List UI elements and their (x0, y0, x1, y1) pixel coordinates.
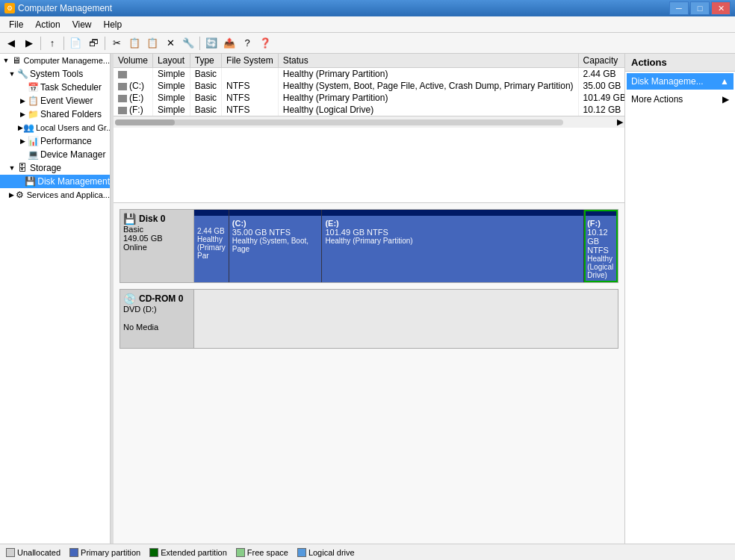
sidebar-item-local-users[interactable]: ▶ 👥 Local Users and Gr... (0, 121, 110, 134)
sidebar-item-system-tools[interactable]: ▼ 🔧 System Tools (0, 67, 110, 81)
menu-view[interactable]: View (66, 18, 98, 31)
toolbar-new-window[interactable]: 🗗 (85, 35, 102, 52)
cdrom-icon: 💿 (123, 293, 136, 305)
cell-type: Basic (190, 92, 221, 104)
sidebar-label-system-tools: System Tools (30, 69, 83, 79)
sidebar-item-event-viewer[interactable]: ▶ 📋 Event Viewer (0, 94, 110, 108)
toolbar-sep3 (105, 37, 105, 50)
toolbar-paste[interactable]: 📋 (144, 35, 161, 52)
table-row[interactable]: (F:) Simple Basic NTFS Healthy (Logical … (114, 104, 624, 116)
cell-volume (114, 68, 153, 81)
content-area: Volume Layout Type File System Status Ca… (114, 54, 624, 544)
menu-file[interactable]: File (3, 18, 29, 31)
window-controls: ─ □ ✕ (669, 1, 731, 15)
sidebar-item-task-scheduler[interactable]: ▶ 📅 Task Scheduler (0, 81, 110, 94)
toolbar-copy[interactable]: 📋 (126, 35, 143, 52)
legend-freespace-box (236, 548, 245, 557)
disk0-partition-1[interactable]: 2.44 GB Healthy (Primary Par (194, 210, 229, 282)
col-volume[interactable]: Volume (114, 54, 153, 68)
disk0-partition-e[interactable]: (E:) 101.49 GB NTFS Healthy (Primary Par… (322, 210, 584, 282)
menu-bar: File Action View Help (0, 16, 735, 33)
toolbar-properties[interactable]: 🔧 (180, 35, 196, 52)
horizontal-scrollbar[interactable]: ▶ (114, 116, 624, 128)
disk0-partitions: 2.44 GB Healthy (Primary Par (C:) 35.00 … (194, 209, 618, 283)
legend-unallocated: Unallocated (6, 548, 61, 557)
cell-layout: Simple (153, 92, 190, 104)
cdrom0-name: CD-ROM 0 (139, 293, 183, 304)
disk-table: Volume Layout Type File System Status Ca… (114, 54, 624, 116)
arrow-icon: ▼ (7, 164, 16, 172)
toolbar-refresh[interactable]: 🔄 (203, 35, 220, 52)
cell-fs: NTFS (222, 104, 279, 116)
sidebar: ▼ 🖥 Computer Manageme... ▼ 🔧 System Tool… (0, 54, 111, 544)
col-layout[interactable]: Layout (153, 54, 190, 68)
legend-freespace-label: Free space (247, 548, 288, 557)
toolbar-up[interactable]: ↑ (44, 35, 61, 52)
maximize-button[interactable]: □ (690, 1, 710, 15)
legend-primary-label: Primary partition (81, 548, 140, 557)
disk-table-container: Volume Layout Type File System Status Ca… (114, 54, 624, 203)
arrow-icon: ▶ (18, 151, 27, 158)
sidebar-item-services[interactable]: ▶ ⚙ Services and Applica... (0, 188, 110, 202)
sidebar-item-storage[interactable]: ▼ 🗄 Storage (0, 161, 110, 175)
cell-type: Basic (190, 68, 221, 81)
partition-label: (E:) (325, 219, 580, 228)
disk0-name: Disk 0 (139, 214, 165, 224)
cell-layout: Simple (153, 80, 190, 92)
cell-fs: NTFS (222, 80, 279, 92)
toolbar-cut[interactable]: ✂ (108, 35, 125, 52)
partition-header (322, 210, 583, 216)
sidebar-label-performance: Performance (40, 136, 92, 146)
table-row[interactable]: (E:) Simple Basic NTFS Healthy (Primary … (114, 92, 624, 104)
toolbar-help[interactable]: ? (239, 35, 255, 52)
cell-status: Healthy (Primary Partition) (278, 68, 578, 81)
partition-size: 2.44 GB (197, 227, 226, 235)
arrow-icon: ▶ (18, 124, 23, 131)
toolbar-export[interactable]: 📤 (221, 35, 238, 52)
window-title: Computer Management (18, 3, 112, 13)
disk0-partition-c[interactable]: (C:) 35.00 GB NTFS Healthy (System, Boot… (229, 210, 323, 282)
legend-freespace: Free space (236, 548, 288, 557)
arrow-icon: ▶ (18, 137, 27, 145)
toolbar-show-hide[interactable]: 📄 (67, 35, 84, 52)
toolbar-delete[interactable]: ✕ (162, 35, 179, 52)
close-button[interactable]: ✕ (711, 1, 731, 15)
arrow-icon: ▶ (18, 178, 25, 185)
scroll-up-icon: ▲ (720, 76, 729, 87)
disk0-partition-f[interactable]: (F:) 10.12 GB NTFS Healthy (Logical Driv… (584, 210, 618, 282)
toolbar-sep2 (63, 37, 64, 50)
cdrom0-info: 💿 CD-ROM 0 DVD (D:) No Media (120, 289, 194, 349)
col-filesystem[interactable]: File System (222, 54, 279, 68)
col-status[interactable]: Status (278, 54, 578, 68)
disk0-status: Online (123, 243, 190, 252)
cdrom0-type: DVD (D:) (123, 305, 190, 314)
scroll-right[interactable]: ▶ (617, 117, 623, 127)
legend-unallocated-box (6, 548, 15, 557)
minimize-button[interactable]: ─ (669, 1, 689, 15)
menu-help[interactable]: Help (98, 18, 128, 31)
status-bar: Unallocated Primary partition Extended p… (0, 544, 735, 560)
sidebar-item-device-manager[interactable]: ▶ 💻 Device Manager (0, 148, 110, 161)
table-row[interactable]: (C:) Simple Basic NTFS Healthy (System, … (114, 80, 624, 92)
table-row[interactable]: Simple Basic Healthy (Primary Partition)… (114, 68, 624, 81)
sidebar-item-performance[interactable]: ▶ 📊 Performance (0, 134, 110, 148)
disk-management-action[interactable]: Disk Manageme... ▲ (627, 73, 734, 90)
menu-action[interactable]: Action (29, 18, 66, 31)
sidebar-item-shared-folders[interactable]: ▶ 📁 Shared Folders (0, 108, 110, 121)
toolbar-back[interactable]: ◀ (3, 35, 19, 52)
sidebar-item-computer-management[interactable]: ▼ 🖥 Computer Manageme... (0, 54, 110, 67)
more-actions-button[interactable]: More Actions ▶ (625, 91, 735, 108)
col-capacity[interactable]: Capacity (578, 54, 624, 68)
title-bar: ⚙ Computer Management ─ □ ✕ (0, 0, 735, 16)
cdrom0-status: No Media (123, 323, 190, 332)
toolbar-forward[interactable]: ▶ (21, 35, 37, 52)
sidebar-item-disk-management[interactable]: ▶ 💾 Disk Management (0, 175, 110, 188)
toolbar: ◀ ▶ ↑ 📄 🗗 ✂ 📋 📋 ✕ 🔧 🔄 📤 ? ❓ (0, 33, 735, 54)
partition-desc: Healthy (System, Boot, Page (232, 237, 319, 253)
col-type[interactable]: Type (190, 54, 221, 68)
cell-type: Basic (190, 104, 221, 116)
actions-panel: Actions Disk Manageme... ▲ More Actions … (624, 54, 735, 544)
toolbar-help2[interactable]: ❓ (257, 35, 273, 52)
computer-icon: 🖥 (10, 55, 22, 66)
perf-icon: 📊 (27, 135, 39, 147)
